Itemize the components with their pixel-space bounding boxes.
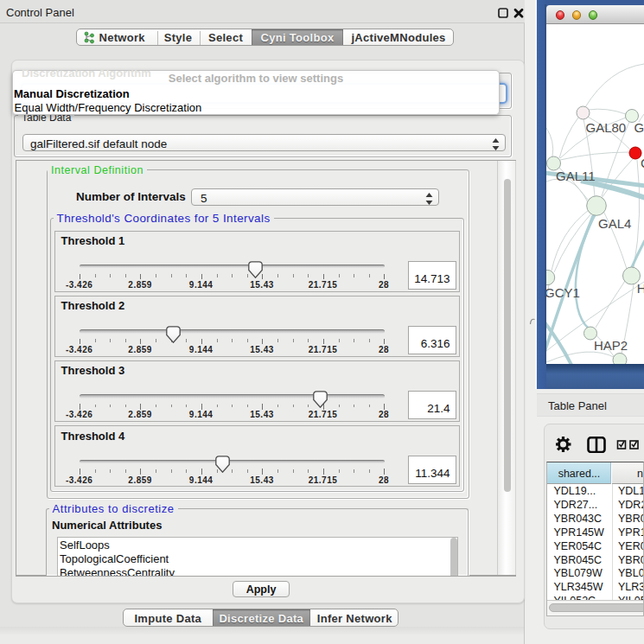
svg-text:GAL11: GAL11 (556, 169, 596, 183)
svg-text:GAL80: GAL80 (586, 120, 627, 135)
svg-text:GCY1: GCY1 (546, 285, 580, 300)
svg-text:GA: GA (634, 120, 644, 135)
svg-text:GAL4: GAL4 (598, 216, 631, 231)
svg-text:C: C (641, 156, 644, 170)
svg-text:H: H (637, 281, 644, 296)
svg-text:HAP2: HAP2 (594, 338, 628, 353)
